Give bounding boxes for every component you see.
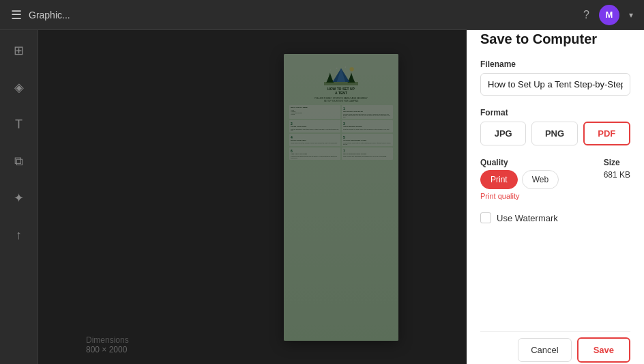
topbar-left: ☰ Graphic... xyxy=(11,8,70,23)
topbar: ☰ Graphic... ? M ▾ xyxy=(0,0,644,30)
quality-col: Quality Print Web Print quality xyxy=(480,158,559,200)
watermark-checkbox[interactable] xyxy=(480,212,491,223)
avatar[interactable]: M xyxy=(599,5,619,25)
format-group: Format JPG PNG PDF xyxy=(480,108,630,145)
sidebar-icon-layers[interactable]: ⧉ xyxy=(7,149,31,173)
watermark-label: Use Watermark xyxy=(497,213,558,223)
dialog-spacer xyxy=(480,236,630,319)
sidebar-icon-brand[interactable]: ✦ xyxy=(7,186,31,210)
size-label: Size xyxy=(604,158,630,167)
size-value: 681 KB xyxy=(604,170,630,180)
topbar-right: ? M ▾ xyxy=(583,5,633,25)
sidebar-icon-grid[interactable]: ⊞ xyxy=(7,38,31,63)
quality-label: Quality xyxy=(480,158,559,167)
cancel-button[interactable]: Cancel xyxy=(518,338,571,362)
format-jpg-button[interactable]: JPG xyxy=(480,122,526,145)
quality-web-button[interactable]: Web xyxy=(522,170,559,189)
format-row: JPG PNG PDF xyxy=(480,122,630,145)
sidebar-icon-elements[interactable]: ◈ xyxy=(7,75,31,100)
app-title: Graphic... xyxy=(29,10,70,20)
sidebar-icon-text[interactable]: T xyxy=(7,112,31,137)
quality-print-button[interactable]: Print xyxy=(480,170,518,189)
filename-group: Filename xyxy=(480,59,630,96)
save-dialog: Save to Computer Filename Format JPG PNG… xyxy=(467,30,644,364)
canvas-area: HOW TO SET UPA TENT FOLLOW THESE 7 STEPS… xyxy=(38,30,644,364)
filename-input[interactable] xyxy=(480,73,630,96)
sidebar: ⊞ ◈ T ⧉ ✦ ↑ xyxy=(0,30,38,364)
sidebar-icon-uploads[interactable]: ↑ xyxy=(7,223,31,247)
dialog-footer: Cancel Save xyxy=(480,331,630,363)
save-button[interactable]: Save xyxy=(577,337,630,363)
chevron-down-icon[interactable]: ▾ xyxy=(629,10,633,20)
format-pdf-button[interactable]: PDF xyxy=(583,122,630,145)
quality-size-row: Quality Print Web Print quality Size 681… xyxy=(480,158,630,200)
modal-overlay: Save to Computer Filename Format JPG PNG… xyxy=(38,30,644,364)
quality-options: Print Web xyxy=(480,170,559,189)
menu-icon[interactable]: ☰ xyxy=(11,8,22,23)
print-quality-link[interactable]: Print quality xyxy=(480,192,559,200)
main-layout: ⊞ ◈ T ⧉ ✦ ↑ xyxy=(0,30,644,364)
format-png-button[interactable]: PNG xyxy=(531,122,577,145)
dialog-title: Save to Computer xyxy=(480,31,630,47)
filename-label: Filename xyxy=(480,59,630,69)
watermark-row: Use Watermark xyxy=(480,212,630,223)
format-label: Format xyxy=(480,108,630,117)
size-col: Size 681 KB xyxy=(604,158,630,180)
help-icon[interactable]: ? xyxy=(583,9,589,21)
